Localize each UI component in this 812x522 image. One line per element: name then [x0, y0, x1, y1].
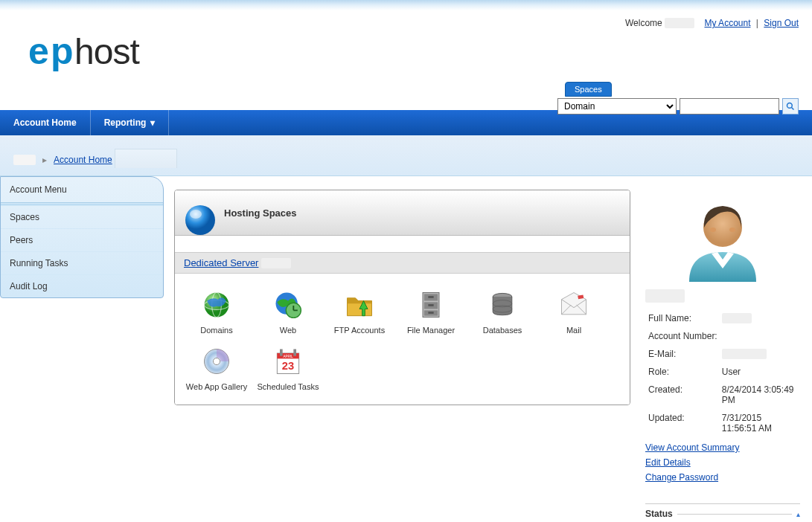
top-gradient-bar [0, 0, 812, 10]
main-content: Hosting Spaces Dedicated Server Domains … [164, 176, 641, 522]
welcome-text: Welcome [625, 18, 662, 28]
account-info-table: Full Name: Account Number: E-Mail: Role:… [645, 309, 800, 438]
folder-up-icon [343, 289, 376, 321]
icon-grid: Domains Web FTP Accounts File Manager Da [175, 274, 630, 405]
hosting-spaces-panel: Hosting Spaces Dedicated Server Domains … [174, 190, 630, 405]
account-name-redacted [645, 289, 685, 303]
created-value: 8/24/2014 3:05:49 PM [720, 381, 799, 408]
svg-point-5 [185, 205, 215, 235]
avatar-icon [682, 194, 764, 283]
icon-scheduled-tasks[interactable]: 23APRIL Scheduled Tasks [252, 344, 324, 391]
account-action-links: View Account Summary Edit Details Change… [645, 442, 800, 483]
sidebar-title: Account Menu [1, 177, 163, 203]
sidebar-item-spaces[interactable]: Spaces [1, 205, 163, 228]
database-icon [486, 289, 519, 321]
my-account-link[interactable]: My Account [704, 18, 750, 28]
icon-web[interactable]: Web [252, 287, 324, 335]
svg-rect-30 [293, 349, 296, 356]
breadcrumb: ▸ Account Home [0, 135, 812, 176]
svg-point-34 [710, 228, 716, 232]
avatar [645, 194, 800, 283]
ephost-logo: e p host [28, 30, 192, 77]
globe-icon [200, 289, 233, 321]
svg-point-26 [213, 358, 220, 364]
disc-icon [200, 345, 233, 378]
svg-rect-20 [428, 312, 433, 314]
status-label: Status [645, 509, 673, 519]
email-value [722, 349, 767, 359]
svg-text:p: p [51, 30, 74, 72]
icon-file-manager[interactable]: File Manager [395, 287, 467, 335]
breadcrumb-root-redacted [13, 155, 36, 165]
sidebar-item-peers[interactable]: Peers [1, 228, 163, 251]
icon-ftp-accounts[interactable]: FTP Accounts [324, 287, 395, 335]
panel-subheader: Dedicated Server [175, 252, 630, 274]
search-input[interactable] [680, 98, 779, 115]
sidebar-item-audit-log[interactable]: Audit Log [1, 274, 163, 297]
breadcrumb-arrow-icon: ▸ [42, 155, 47, 165]
logo: e p host [28, 30, 192, 77]
sphere-icon [182, 202, 218, 238]
edit-details-link[interactable]: Edit Details [645, 457, 800, 468]
role-label: Role: [647, 364, 719, 380]
svg-text:e: e [28, 30, 49, 72]
change-password-link[interactable]: Change Password [645, 472, 800, 483]
full-name-value [722, 313, 752, 323]
search-icon [786, 102, 795, 111]
collapse-triangle-icon[interactable]: ▴ [796, 510, 800, 518]
email-label: E-Mail: [647, 346, 719, 362]
welcome-bar: Welcome My Account | Sign Out [625, 18, 799, 28]
icon-mail[interactable]: Mail [538, 287, 610, 335]
sign-out-link[interactable]: Sign Out [764, 18, 799, 28]
svg-text:23: 23 [282, 360, 294, 372]
search-button[interactable] [782, 98, 799, 115]
nav-account-home[interactable]: Account Home [0, 110, 91, 135]
username-redacted [665, 18, 694, 28]
breadcrumb-current[interactable]: Account Home [54, 155, 112, 165]
search-domain-select[interactable]: Domain [557, 98, 677, 115]
svg-line-4 [792, 108, 794, 110]
account-number-label: Account Number: [647, 328, 719, 344]
search-area: Spaces Domain [557, 82, 799, 115]
icon-domains[interactable]: Domains [181, 287, 252, 335]
updated-value: 7/31/2015 11:56:51 AM [720, 410, 799, 436]
sidebar-item-running-tasks[interactable]: Running Tasks [1, 251, 163, 274]
icon-databases[interactable]: Databases [467, 287, 538, 335]
svg-rect-18 [428, 296, 433, 298]
status-header: Status ▴ [645, 503, 800, 519]
role-value: User [720, 364, 799, 380]
globe-clock-icon [272, 289, 304, 321]
file-cabinet-icon [415, 289, 447, 321]
svg-point-35 [729, 228, 735, 232]
svg-rect-29 [280, 349, 283, 356]
svg-text:APRIL: APRIL [283, 355, 293, 358]
page-subtitle-redacted [115, 149, 177, 168]
created-label: Created: [647, 381, 719, 408]
calendar-icon: 23APRIL [272, 345, 304, 378]
full-name-label: Full Name: [647, 310, 719, 326]
dedicated-server-link[interactable]: Dedicated Server [184, 257, 258, 268]
updated-label: Updated: [647, 410, 719, 436]
chevron-down-icon: ▾ [150, 117, 155, 128]
svg-rect-19 [428, 304, 433, 306]
svg-point-6 [190, 210, 202, 219]
view-account-summary-link[interactable]: View Account Summary [645, 442, 800, 453]
nav-reporting[interactable]: Reporting ▾ [91, 110, 170, 135]
sidebar: Account Menu Spaces Peers Running Tasks … [0, 176, 164, 522]
svg-point-3 [787, 103, 793, 109]
header: e p host Welcome My Account | Sign Out S… [0, 10, 812, 110]
envelope-icon [557, 289, 590, 321]
spaces-tab[interactable]: Spaces [565, 82, 612, 97]
svg-text:host: host [74, 32, 139, 71]
panel-title: Hosting Spaces [224, 207, 297, 219]
right-column: Full Name: Account Number: E-Mail: Role:… [641, 176, 812, 522]
server-name-redacted [261, 258, 291, 268]
icon-web-app-gallery[interactable]: Web App Gallery [181, 344, 252, 391]
